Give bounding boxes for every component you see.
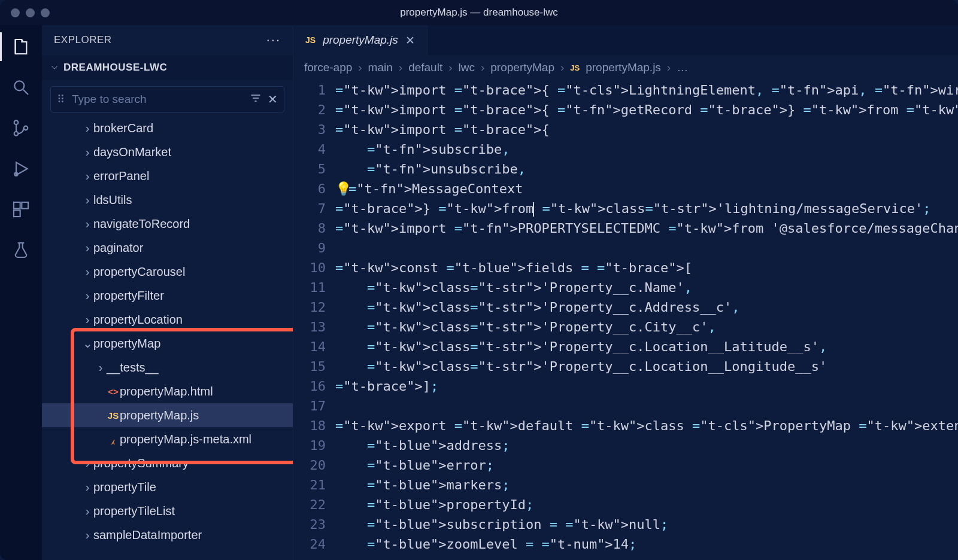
source-control-icon[interactable] — [10, 117, 32, 139]
tree-search[interactable]: ⠿ ✕ — [50, 86, 284, 112]
search-icon[interactable] — [10, 77, 32, 98]
tree-item-propertymap-js-meta-xml[interactable]: ⁁propertyMap.js-meta.xml — [42, 427, 293, 451]
tree-item-propertycarousel[interactable]: ›propertyCarousel — [42, 260, 293, 284]
line-numbers: 123456789101112131415161718192021222324 — [293, 80, 335, 560]
clear-search-icon[interactable]: ✕ — [268, 92, 278, 106]
svg-point-0 — [14, 81, 24, 90]
breadcrumb-segment[interactable]: force-app — [304, 61, 352, 74]
run-debug-icon[interactable] — [10, 158, 32, 179]
app-window: propertyMap.js — dreamhouse-lwc — [0, 0, 958, 560]
tree-item-navigatetorecord[interactable]: ›navigateToRecord — [42, 212, 293, 236]
tree-item-propertyfilter[interactable]: ›propertyFilter — [42, 284, 293, 308]
breadcrumb-segment[interactable]: propertyMap.js — [586, 61, 661, 74]
tree-item-paginator[interactable]: ›paginator — [42, 236, 293, 260]
tree-item-ldsutils[interactable]: ›ldsUtils — [42, 188, 293, 212]
svg-rect-5 — [14, 202, 20, 209]
breadcrumb-segment[interactable]: lwc — [459, 61, 475, 74]
svg-point-2 — [14, 132, 19, 136]
close-tab-icon[interactable]: ✕ — [405, 34, 415, 47]
activity-bar — [0, 25, 42, 560]
titlebar: propertyMap.js — dreamhouse-lwc — [0, 0, 958, 25]
sidebar-title: EXPLORER — [54, 34, 112, 46]
tree-item-propertysummary[interactable]: ›propertySummary — [42, 451, 293, 475]
tree-item-propertymap[interactable]: ⌄propertyMap — [42, 331, 293, 355]
grip-icon[interactable]: ⠿ — [57, 93, 65, 106]
tree-item-propertytile[interactable]: ›propertyTile — [42, 475, 293, 499]
breadcrumb-segment[interactable]: main — [368, 61, 393, 74]
breadcrumb-segment[interactable]: default — [408, 61, 442, 74]
code-content[interactable]: ="t-kw">import ="t-brace">{ ="t-cls">Lig… — [335, 80, 958, 560]
tree-item-brokercard[interactable]: ›brokerCard — [42, 116, 293, 140]
tree-item--tests-[interactable]: ›__tests__ — [42, 355, 293, 379]
js-file-icon: JS — [305, 35, 316, 45]
workspace-name: DREAMHOUSE-LWC — [63, 62, 167, 74]
svg-rect-6 — [22, 202, 28, 209]
breadcrumb[interactable]: force-app›main›default›lwc›propertyMap›J… — [293, 55, 958, 80]
tab-propertymap-js[interactable]: JS propertyMap.js ✕ — [293, 25, 428, 55]
tree-item-sampledataimporter[interactable]: ›sampleDataImporter — [42, 523, 293, 547]
more-actions-icon[interactable]: ··· — [266, 32, 281, 48]
tree-item-propertymap-js[interactable]: JSpropertyMap.js — [42, 403, 293, 427]
breadcrumb-segment[interactable]: propertyMap — [490, 61, 554, 74]
file-tree[interactable]: ›brokerCard›daysOnMarket›errorPanel›ldsU… — [42, 116, 293, 560]
tree-item-daysonmarket[interactable]: ›daysOnMarket — [42, 140, 293, 164]
editor-area: JS propertyMap.js ✕ force-app›main›defau… — [293, 25, 958, 560]
window-title: propertyMap.js — dreamhouse-lwc — [0, 7, 958, 19]
code-editor[interactable]: 123456789101112131415161718192021222324 … — [293, 80, 958, 560]
tree-search-input[interactable] — [71, 92, 244, 106]
extensions-icon[interactable] — [10, 199, 32, 220]
workspace-section[interactable]: DREAMHOUSE-LWC — [42, 55, 293, 80]
tree-item-propertymap-html[interactable]: <>propertyMap.html — [42, 379, 293, 403]
svg-point-1 — [14, 120, 19, 124]
explorer-icon[interactable] — [10, 36, 32, 57]
filter-icon[interactable] — [250, 92, 262, 107]
explorer-sidebar: EXPLORER ··· DREAMHOUSE-LWC ⠿ ✕ ›brokerC… — [42, 25, 293, 560]
tree-item-errorpanel[interactable]: ›errorPanel — [42, 164, 293, 188]
testing-icon[interactable] — [10, 239, 32, 261]
tab-bar: JS propertyMap.js ✕ — [293, 25, 958, 55]
tree-item-propertylocation[interactable]: ›propertyLocation — [42, 308, 293, 331]
svg-rect-7 — [14, 210, 20, 217]
tree-item-propertytilelist[interactable]: ›propertyTileList — [42, 499, 293, 523]
sidebar-header: EXPLORER ··· — [42, 25, 293, 55]
breadcrumb-segment[interactable]: … — [677, 61, 688, 74]
tab-label: propertyMap.js — [323, 34, 398, 47]
